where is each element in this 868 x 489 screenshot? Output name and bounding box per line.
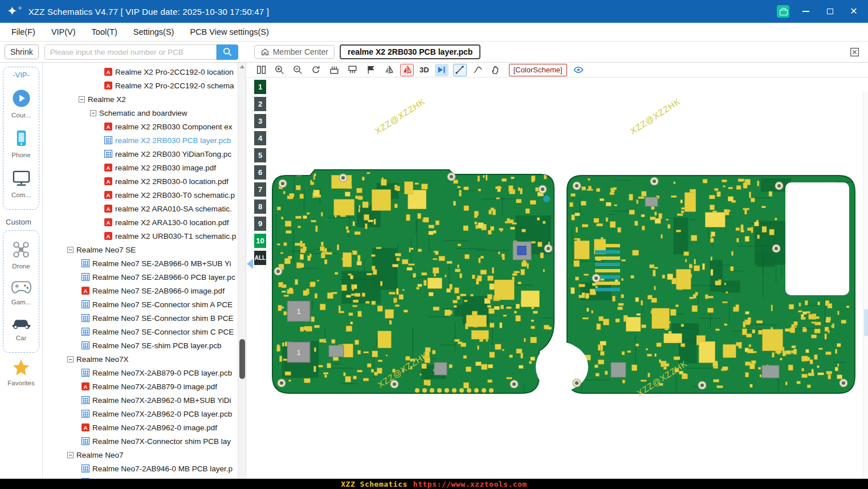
tree-item-realme-neo7-se-2ab966-0-image-pdf[interactable]: Realme Neo7 SE-2AB966-0 image.pdf <box>43 284 238 298</box>
layer-button-1[interactable]: 1 <box>254 80 266 94</box>
collapse-icon[interactable] <box>67 452 74 458</box>
sidebar-item-drone[interactable]: Drone <box>3 235 39 275</box>
search-input[interactable] <box>44 44 217 60</box>
main-scrollbar[interactable] <box>863 92 868 479</box>
tree-item-realme-neo7-se-connector-shim-c-pce[interactable]: Realme Neo7 SE-Connector shim C PCE <box>43 325 238 339</box>
tree-item-realme-neo7x-2ab879-0-image-pdf[interactable]: Realme Neo7X-2AB879-0 image.pdf <box>43 380 238 393</box>
layer-button-all[interactable]: ALL <box>254 251 266 265</box>
tree-item-realme-x2-2rb030-yidiantong-pc[interactable]: realme X2 2RB030 YiDianTong.pc <box>43 147 238 161</box>
sidebar-item-play-circle[interactable]: Cour... <box>3 84 39 124</box>
vip-status-icon[interactable] <box>777 5 789 18</box>
tree-item-label: Realme Neo7 SE-2AB966-0 MB+SUB Yi <box>92 259 231 268</box>
collapse-tree-icon[interactable] <box>247 259 253 269</box>
tree-item-realme-neo7x-2ab962-0-mb-sub-yidi[interactable]: Realme Neo7X-2AB962-0 MB+SUB YiDi <box>43 393 238 407</box>
tree-item-realme-neo7-se-shim-pcb-layer-pcb[interactable]: Realme Neo7 SE-shim PCB layer.pcb <box>43 339 238 352</box>
minimize-button[interactable] <box>798 4 813 19</box>
close-button[interactable]: ✕ <box>846 4 861 19</box>
collapse-icon[interactable] <box>90 110 96 116</box>
active-document-tab[interactable]: realme X2 2RB030 PCB layer.pcb <box>340 44 480 59</box>
mirror-icon[interactable] <box>382 64 396 76</box>
layer-button-10[interactable]: 10 <box>254 234 266 248</box>
search-button[interactable] <box>217 44 238 60</box>
scroll-up-icon[interactable] <box>240 65 244 68</box>
split-view-icon[interactable] <box>254 64 268 76</box>
statusbar-url[interactable]: https://www.xzztools.com <box>413 480 527 488</box>
pdf-file-icon <box>81 287 89 295</box>
zoom-in-icon[interactable] <box>272 64 286 76</box>
step-arrow-icon[interactable] <box>435 64 449 76</box>
model-tree-panel: Realme X2 Pro-2CC192-0 locationRealme X2… <box>43 63 246 479</box>
layer-button-5[interactable]: 5 <box>254 148 266 162</box>
tree-item-realme-neo7x-2ab962-0-pcb-layer-pcb[interactable]: Realme Neo7X-2AB962-0 PCB layer.pcb <box>43 407 238 421</box>
collapse-icon[interactable] <box>67 247 74 253</box>
tree-scrollbar-thumb[interactable] <box>239 339 245 379</box>
layer-button-2[interactable]: 2 <box>254 97 266 111</box>
layer-button-9[interactable]: 9 <box>254 217 266 231</box>
tree-item-realme-neo7x-2ab879-0-pcb-layer-pcb[interactable]: Realme Neo7X-2AB879-0 PCB layer.pcb <box>43 366 238 380</box>
tree-item-realme-neo7-se-2ab966-0-pcb-layer-pc[interactable]: Realme Neo7 SE-2AB966-0 PCB layer.pc <box>43 270 238 284</box>
refresh-icon[interactable] <box>309 64 323 76</box>
tree-item-realme-neo7[interactable]: Realme Neo7 <box>43 448 238 462</box>
menu-item-settings-s[interactable]: Settings(S) <box>125 23 182 41</box>
pcb-file-icon <box>81 464 89 472</box>
curve-icon[interactable] <box>471 64 485 76</box>
tree-item-realme-neo7-se[interactable]: Realme Neo7 SE <box>43 243 238 256</box>
tree-item-realme-neo7x[interactable]: Realme Neo7X <box>43 352 238 366</box>
sidebar-item-favorites[interactable]: Favorites <box>0 359 42 386</box>
tree-item-realme-x2-ara130-0-location-pdf[interactable]: realme X2 ARA130-0 location.pdf <box>43 215 238 229</box>
sidebar-item-gamepad[interactable]: Gam... <box>3 275 39 311</box>
tree-item-realme-x2-pro-2cc192-0-schema[interactable]: Realme X2 Pro-2CC192-0 schema <box>43 79 238 92</box>
top-layer-icon[interactable] <box>327 64 341 76</box>
tree-item-realme-neo7-2ab946-0-mb-pcb-layer-p[interactable]: Realme Neo7-2AB946-0 MB PCB layer.p <box>43 462 238 475</box>
tree-item-realme-x2-pro-2cc192-0-location[interactable]: Realme X2 Pro-2CC192-0 location <box>43 65 238 79</box>
pcb-canvas[interactable]: 11XZZ@XZZHKXZZ@XZZHKXZZ@XZZHKXZZ@XZZHK <box>246 78 868 479</box>
layer-button-4[interactable]: 4 <box>254 131 266 145</box>
mirror-active-icon[interactable] <box>400 64 414 76</box>
menu-item-pcb-view-settings-s[interactable]: PCB View settings(S) <box>182 23 276 41</box>
sidebar-item-car[interactable]: Car <box>3 311 39 347</box>
eye-icon[interactable] <box>572 64 585 76</box>
gamepad-icon <box>11 280 31 297</box>
tree-item-realme-x2[interactable]: Realme X2 <box>43 92 238 106</box>
zoom-out-icon[interactable] <box>291 64 304 76</box>
maximize-button[interactable] <box>822 4 837 19</box>
3d-label[interactable]: 3D <box>418 64 430 76</box>
tree-item-realme-x2-2rb030-0-location-pdf[interactable]: realme X2 2RB030-0 location.pdf <box>43 174 238 188</box>
diagonal-line-icon[interactable] <box>453 64 467 76</box>
tree-item-realme-x2-2rb030-t0-schematic-p[interactable]: realme X2 2RB030-T0 schematic.p <box>43 188 238 202</box>
layer-list: 12345678910ALL <box>254 80 266 265</box>
sidebar-item-computer[interactable]: Com... <box>3 164 39 203</box>
tree-item-realme-x2-ara010-sa-schematic[interactable]: realme X2 ARA010-SA schematic. <box>43 202 238 215</box>
menu-item-file-f[interactable]: File(F) <box>3 23 43 41</box>
pan-hand-icon[interactable] <box>490 64 503 76</box>
colorscheme-button[interactable]: [ColorScheme] <box>509 64 567 76</box>
tree-item-realme-neo7x-2ab962-0-image-pdf[interactable]: Realme Neo7X-2AB962-0 image.pdf <box>43 421 238 434</box>
tree-item-label: realme X2 2RB030 Component ex <box>115 123 233 131</box>
shrink-button[interactable]: Shrink <box>5 44 39 59</box>
collapse-icon[interactable] <box>67 356 74 362</box>
layer-button-7[interactable]: 7 <box>254 182 266 197</box>
member-center-button[interactable]: Member Center <box>254 45 335 59</box>
tree-item-schematic-and-boardview[interactable]: Schematic and boardview <box>43 106 238 120</box>
tree-item-realme-x2-2rb030-image-pdf[interactable]: realme X2 2RB030 image.pdf <box>43 161 238 174</box>
main-scrollbar-thumb[interactable] <box>864 309 868 336</box>
tree-item-realme-x2-2rb030-pcb-layer-pcb[interactable]: realme X2 2RB030 PCB layer.pcb <box>43 133 238 147</box>
menu-item-vip-v[interactable]: VIP(V) <box>43 23 84 41</box>
menu-item-tool-t[interactable]: Tool(T) <box>84 23 125 41</box>
layer-button-3[interactable]: 3 <box>254 114 266 128</box>
sidebar-item-phone[interactable]: Phone <box>3 124 39 164</box>
tree-item-realme-neo7-se-2ab966-0-mb-sub-yi[interactable]: Realme Neo7 SE-2AB966-0 MB+SUB Yi <box>43 256 238 270</box>
layer-button-8[interactable]: 8 <box>254 199 266 214</box>
tree-scrollbar[interactable] <box>238 63 246 479</box>
bottom-layer-icon[interactable] <box>345 64 359 76</box>
tree-item-realme-x2-urb030-t1-schematic-p[interactable]: realme X2 URB030-T1 schematic.p <box>43 229 238 243</box>
layer-button-6[interactable]: 6 <box>254 165 266 180</box>
close-all-tabs-icon[interactable] <box>849 47 860 58</box>
tree-item-realme-neo7-se-connector-shim-b-pce[interactable]: Realme Neo7 SE-Connector shim B PCE <box>43 311 238 325</box>
tree-item-realme-neo7-se-connector-shim-a-pce[interactable]: Realme Neo7 SE-Connector shim A PCE <box>43 298 238 311</box>
flag-icon[interactable] <box>364 64 377 76</box>
tree-item-realme-neo7x-connector-shim-pcb-lay[interactable]: Realme Neo7X-Connector shim PCB lay <box>43 434 238 448</box>
tree-item-realme-x2-2rb030-component-ex[interactable]: realme X2 2RB030 Component ex <box>43 120 238 133</box>
collapse-icon[interactable] <box>79 96 85 103</box>
toolbar-row: Shrink Member Center realme X2 2RB030 PC… <box>0 42 868 63</box>
